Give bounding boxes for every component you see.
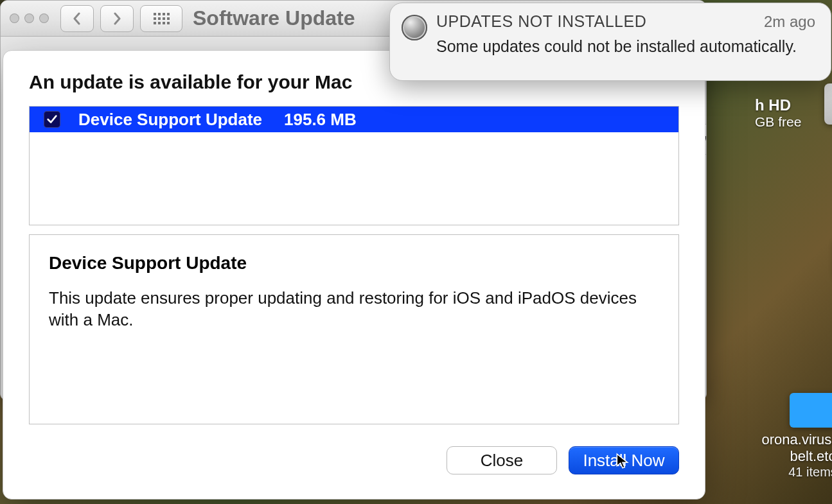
close-button-label: Close — [481, 451, 523, 471]
desktop-drive-label: h HD GB free — [755, 96, 832, 130]
update-detail-body: This update ensures proper updating and … — [49, 288, 653, 331]
desktop-folder-label-1: orona.virus.gree — [729, 431, 832, 448]
window-title: Software Update — [193, 6, 355, 30]
forward-button[interactable] — [100, 5, 134, 32]
desktop-file-label: ts.etc — [793, 281, 832, 298]
notification-banner[interactable]: UPDATES NOT INSTALLED 2m ago Some update… — [389, 3, 831, 81]
update-detail-title: Device Support Update — [49, 253, 659, 274]
minimize-window-icon[interactable] — [24, 13, 34, 23]
desktop-file-sub: ems — [793, 298, 832, 313]
desktop-file-1[interactable]: ts.etc ems — [793, 239, 832, 313]
close-window-icon[interactable] — [10, 13, 19, 23]
desktop-folder-count: 41 items — [729, 465, 832, 480]
check-icon — [46, 114, 58, 125]
update-description: Device Support Update This update ensure… — [29, 234, 679, 424]
grid-icon — [154, 13, 170, 24]
folder-icon — [790, 393, 832, 428]
update-name: Device Support Update — [78, 110, 284, 130]
zoom-window-icon[interactable] — [39, 13, 49, 23]
back-button[interactable] — [60, 5, 94, 32]
close-button[interactable]: Close — [447, 446, 557, 474]
update-size: 195.6 MB — [284, 110, 357, 130]
notification-message: Some updates could not be installed auto… — [436, 37, 815, 56]
desktop-folder-label-2: belt.etc — [729, 448, 832, 465]
system-preferences-icon — [402, 15, 427, 40]
chevron-left-icon — [72, 12, 82, 25]
install-now-label: Install Now — [583, 451, 664, 471]
updates-sheet: An update is available for your Mac Devi… — [3, 50, 705, 500]
window-traffic-lights[interactable] — [10, 13, 49, 23]
show-all-button[interactable] — [140, 5, 182, 32]
notification-title: UPDATES NOT INSTALLED — [436, 12, 646, 31]
update-checkbox[interactable] — [44, 111, 60, 128]
chevron-right-icon — [112, 12, 122, 25]
sheet-button-row: Close Install Now — [29, 446, 679, 474]
update-row[interactable]: Device Support Update 195.6 MB — [30, 107, 678, 132]
notification-timestamp: 2m ago — [764, 13, 815, 31]
desktop-folder[interactable]: orona.virus.gree belt.etc 41 items — [729, 393, 832, 480]
updates-list[interactable]: Device Support Update 195.6 MB — [29, 106, 679, 225]
install-now-button[interactable]: Install Now — [569, 446, 679, 474]
